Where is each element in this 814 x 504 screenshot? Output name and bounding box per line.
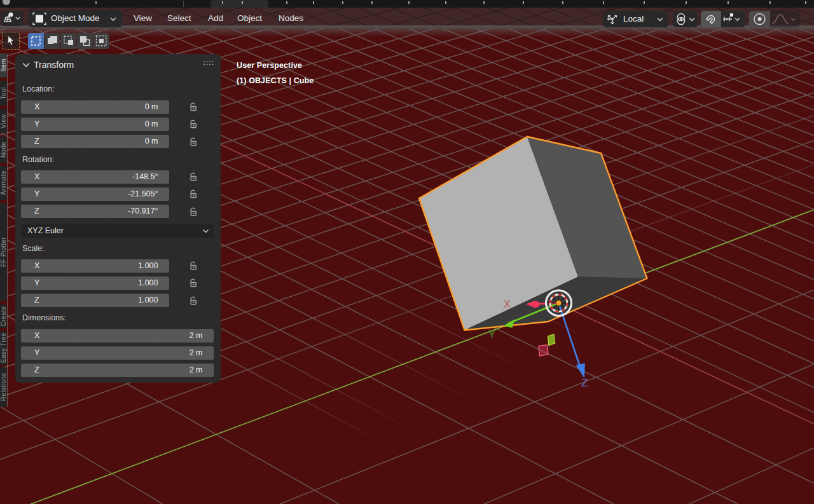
svg-text:X: X xyxy=(504,299,511,310)
svg-text:Y: Y xyxy=(488,329,495,340)
svg-text:Z: Z xyxy=(581,377,588,389)
